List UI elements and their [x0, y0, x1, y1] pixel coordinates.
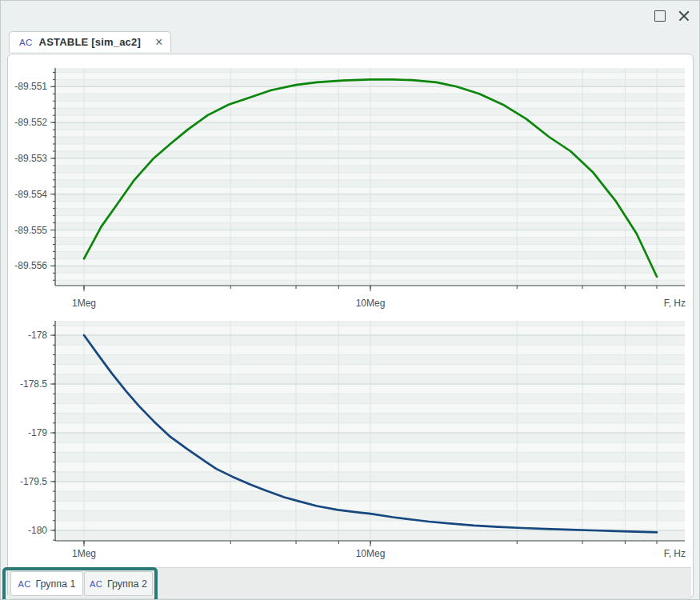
- maximize-icon: [654, 10, 666, 22]
- highlight-annotation-box: [2, 567, 158, 600]
- document-tab-astable[interactable]: AC ASTABLE [sim_ac2] ×: [9, 31, 171, 52]
- title-bar: [1, 1, 700, 31]
- simulation-results-window: { "doc_tab": { "badge": "AC", "title": "…: [0, 0, 700, 600]
- plot-panel: [7, 54, 694, 598]
- maximize-button[interactable]: [648, 6, 672, 26]
- close-icon: [678, 10, 690, 22]
- close-window-button[interactable]: [672, 6, 696, 26]
- tab-close-icon[interactable]: ×: [155, 36, 162, 49]
- document-tab-title: ASTABLE [sim_ac2]: [39, 36, 141, 48]
- ac-analysis-badge: AC: [19, 38, 33, 47]
